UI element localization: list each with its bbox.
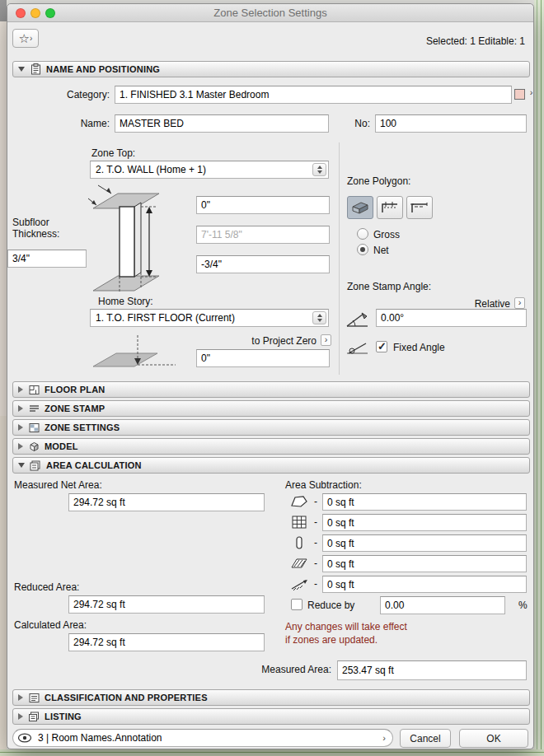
measured-net-area-field — [68, 493, 265, 511]
section-classification-and-properties[interactable]: CLASSIFICATION AND PROPERTIES — [12, 689, 530, 706]
zone-solid-icon — [350, 199, 370, 216]
section-zone-settings[interactable]: ZONE SETTINGS — [12, 419, 530, 436]
home-story-dropdown[interactable]: 1. T.O. FIRST FLOOR (Current) — [90, 309, 329, 327]
update-note-line2: if zones are updated. — [285, 633, 378, 646]
net-radio[interactable] — [357, 244, 368, 255]
section-listing[interactable]: LISTING — [12, 708, 530, 725]
relative-label: Relative — [403, 298, 510, 310]
chevron-right-icon: › — [325, 334, 328, 344]
reduce-by-input[interactable] — [380, 596, 505, 614]
bottom-offset-input[interactable] — [196, 255, 330, 273]
disclosure-closed-icon — [18, 694, 23, 701]
fixed-angle-label: Fixed Angle — [393, 342, 445, 353]
angle-reference-chevron[interactable]: › — [514, 297, 525, 309]
net-label: Net — [373, 245, 389, 256]
zone-number-input[interactable] — [375, 114, 527, 133]
reduced-area-label: Reduced Area: — [14, 581, 79, 593]
zone-top-dropdown[interactable]: 2. T.O. WALL (Home + 1) — [90, 161, 329, 179]
section-name-and-positioning[interactable]: NAME AND POSITIONING — [12, 61, 530, 77]
category-picker-chevron[interactable]: › — [526, 88, 537, 100]
calculated-area-label: Calculated Area: — [14, 619, 87, 631]
category-color-swatch[interactable] — [514, 89, 525, 100]
minus-sign: - — [314, 537, 317, 548]
number-label: No: — [334, 118, 370, 129]
section-area-calculation[interactable]: AREA CALCULATION — [12, 457, 530, 474]
star-icon: ☆ — [19, 32, 30, 44]
category-input[interactable] — [115, 86, 512, 104]
section-model[interactable]: MODEL — [12, 438, 530, 455]
stepper-icon[interactable] — [312, 163, 326, 176]
section-label: FLOOR PLAN — [45, 385, 106, 394]
reduce-by-label: Reduce by — [307, 600, 354, 611]
cube-icon — [28, 441, 40, 452]
fixed-angle-checkbox[interactable] — [376, 341, 387, 352]
section-label: LISTING — [45, 712, 82, 721]
zoom-window-button[interactable] — [45, 8, 55, 18]
background-drawing-bottom — [0, 749, 544, 756]
zone-polygon-reference-line-button[interactable] — [406, 196, 433, 219]
section-label: CLASSIFICATION AND PROPERTIES — [45, 693, 208, 702]
zone-polygon-label: Zone Polygon: — [347, 175, 410, 187]
cancel-button[interactable]: Cancel — [400, 729, 451, 748]
home-story-value: 1. T.O. FIRST FLOOR (Current) — [96, 312, 235, 324]
section-zone-stamp[interactable]: ZONE STAMP — [12, 400, 530, 417]
favorites-button[interactable]: ☆› — [12, 29, 39, 48]
title-bar[interactable]: Zone Selection Settings — [7, 4, 533, 22]
chevron-right-icon: › — [30, 35, 32, 43]
to-project-zero-label: to Project Zero — [197, 335, 317, 347]
low-areas-icon — [289, 493, 309, 510]
zone-name-input[interactable] — [115, 114, 329, 133]
update-note-line1: Any changes will take effect — [285, 620, 407, 633]
home-story-label: Home Story: — [98, 296, 153, 307]
window-title: Zone Selection Settings — [7, 4, 533, 22]
hatched-area-icon — [289, 555, 309, 572]
disclosure-closed-icon — [18, 443, 23, 450]
chevron-right-icon: › — [382, 733, 386, 743]
category-label: Category: — [7, 89, 110, 100]
zone-height-diagram — [87, 184, 195, 301]
zone-selection-settings-dialog: Zone Selection Settings ☆› Selected: 1 E… — [7, 3, 534, 749]
fixed-angle-icon — [345, 340, 370, 357]
subfloor-thickness-input[interactable] — [7, 250, 87, 268]
zone-polygon-inner-edge-button[interactable] — [377, 196, 403, 219]
zone-reference-line-icon — [410, 199, 429, 216]
section-floor-plan[interactable]: FLOOR PLAN — [12, 381, 530, 398]
stamp-angle-input[interactable] — [376, 309, 527, 327]
section-label: AREA CALCULATION — [46, 460, 142, 470]
chevron-right-icon: › — [530, 87, 533, 97]
measured-area-label: Measured Area: — [234, 664, 331, 675]
minus-sign: - — [314, 516, 317, 528]
background-drawing-right — [534, 0, 544, 756]
zone-stamp-icon — [28, 403, 40, 414]
disclosure-closed-icon — [18, 424, 23, 431]
project-zero-offset-input[interactable] — [196, 349, 330, 367]
minimize-window-button[interactable] — [30, 8, 40, 18]
background-drawing-left — [0, 0, 7, 756]
stepper-icon[interactable] — [312, 311, 326, 324]
chevron-right-icon: › — [518, 297, 522, 307]
close-window-button[interactable] — [16, 8, 26, 18]
layer-dropdown[interactable]: 3 | Room Names.Annotation › — [12, 729, 393, 747]
zone-top-value: 2. T.O. WALL (Home + 1) — [96, 164, 206, 175]
selection-status: Selected: 1 Editable: 1 — [426, 35, 525, 47]
measured-area-field — [337, 660, 527, 680]
listing-icon — [28, 711, 40, 722]
subtraction-hatched-field — [322, 555, 527, 572]
project-zero-diagram — [90, 332, 187, 376]
reduce-by-checkbox[interactable] — [291, 599, 302, 610]
columns-grid-icon — [289, 514, 309, 530]
subtraction-columns-field — [322, 514, 527, 531]
layer-value: 3 | Room Names.Annotation — [38, 732, 162, 744]
project-zero-reference-chevron[interactable]: › — [321, 334, 331, 346]
ok-button[interactable]: OK — [459, 729, 528, 748]
subtraction-low-areas-field — [322, 493, 527, 511]
top-offset-input[interactable] — [196, 196, 330, 214]
gross-radio[interactable] — [357, 228, 368, 240]
disclosure-open-icon — [18, 463, 25, 468]
zone-settings-icon — [28, 422, 40, 433]
zone-polygon-3d-button[interactable] — [347, 196, 373, 219]
minus-sign: - — [314, 578, 317, 590]
subtraction-walls-field — [322, 534, 527, 552]
disclosure-closed-icon — [18, 405, 23, 412]
name-label: Name: — [7, 118, 110, 129]
